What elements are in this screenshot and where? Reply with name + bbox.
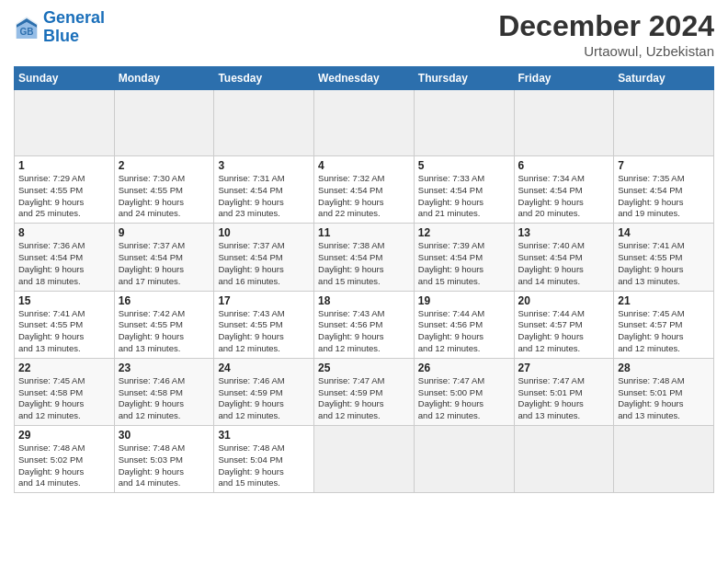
info-line: and 12 minutes. [418, 343, 510, 355]
day-number: 21 [618, 294, 710, 307]
info-line: Sunset: 4:54 PM [318, 185, 410, 197]
info-line: Sunset: 4:54 PM [18, 252, 110, 264]
info-line: Sunset: 4:59 PM [318, 387, 410, 399]
day-number: 11 [318, 226, 410, 239]
info-line: Sunrise: 7:47 AM [518, 375, 610, 387]
info-line: Sunrise: 7:46 AM [218, 375, 310, 387]
day-number: 14 [618, 226, 710, 239]
info-line: and 12 minutes. [318, 343, 410, 355]
table-row [15, 90, 115, 156]
day-info: Sunrise: 7:45 AMSunset: 4:57 PMDaylight:… [618, 308, 710, 355]
day-info: Sunrise: 7:47 AMSunset: 4:59 PMDaylight:… [318, 375, 410, 422]
table-row: 19Sunrise: 7:44 AMSunset: 4:56 PMDayligh… [414, 291, 514, 358]
info-line: Sunset: 4:55 PM [18, 319, 110, 331]
info-line: Sunset: 4:55 PM [218, 319, 310, 331]
info-line: Sunrise: 7:38 AM [318, 240, 410, 252]
info-line: Sunrise: 7:40 AM [518, 240, 610, 252]
day-info: Sunrise: 7:30 AMSunset: 4:55 PMDaylight:… [119, 173, 210, 220]
table-row: 15Sunrise: 7:41 AMSunset: 4:55 PMDayligh… [15, 291, 115, 358]
info-line: and 12 minutes. [318, 410, 410, 422]
svg-text:GB: GB [20, 27, 34, 37]
day-info: Sunrise: 7:34 AMSunset: 4:54 PMDaylight:… [518, 173, 610, 220]
logo-blue: Blue [43, 27, 79, 45]
day-number: 2 [119, 159, 210, 172]
info-line: Daylight: 9 hours [318, 264, 410, 276]
table-row: 31Sunrise: 7:48 AMSunset: 5:04 PMDayligh… [214, 426, 314, 493]
info-line: Sunrise: 7:48 AM [218, 442, 310, 454]
day-info: Sunrise: 7:31 AMSunset: 4:54 PMDaylight:… [218, 173, 310, 220]
col-saturday: Saturday [614, 67, 714, 90]
day-number: 17 [218, 294, 310, 307]
info-line: and 15 minutes. [218, 477, 310, 489]
day-info: Sunrise: 7:40 AMSunset: 4:54 PMDaylight:… [518, 240, 610, 287]
month-title: December 2024 [498, 9, 714, 43]
day-number: 27 [518, 362, 610, 374]
table-row: 6Sunrise: 7:34 AMSunset: 4:54 PMDaylight… [514, 156, 614, 224]
info-line: Sunrise: 7:48 AM [618, 375, 710, 387]
day-info: Sunrise: 7:48 AMSunset: 5:02 PMDaylight:… [18, 442, 110, 489]
table-row: 8Sunrise: 7:36 AMSunset: 4:54 PMDaylight… [15, 224, 115, 291]
info-line: Sunrise: 7:33 AM [418, 173, 510, 185]
info-line: and 16 minutes. [218, 276, 310, 288]
calendar-week-row: 15Sunrise: 7:41 AMSunset: 4:55 PMDayligh… [15, 291, 714, 358]
info-line: Sunset: 4:55 PM [119, 185, 210, 197]
table-row: 11Sunrise: 7:38 AMSunset: 4:54 PMDayligh… [314, 224, 415, 291]
calendar-table: Sunday Monday Tuesday Wednesday Thursday… [14, 66, 714, 493]
day-number: 9 [119, 226, 210, 239]
info-line: Daylight: 9 hours [318, 398, 410, 410]
info-line: Daylight: 9 hours [18, 197, 110, 209]
info-line: Sunset: 4:54 PM [218, 185, 310, 197]
info-line: Sunset: 4:54 PM [618, 185, 710, 197]
day-info: Sunrise: 7:39 AMSunset: 4:54 PMDaylight:… [418, 240, 510, 287]
table-row: 18Sunrise: 7:43 AMSunset: 4:56 PMDayligh… [314, 291, 415, 358]
info-line: and 17 minutes. [119, 276, 210, 288]
info-line: Sunset: 4:55 PM [618, 252, 710, 264]
calendar-week-row: 29Sunrise: 7:48 AMSunset: 5:02 PMDayligh… [15, 426, 714, 493]
table-row [414, 90, 514, 156]
day-number: 13 [518, 226, 610, 239]
info-line: Sunrise: 7:34 AM [518, 173, 610, 185]
col-monday: Monday [114, 67, 214, 90]
info-line: Sunrise: 7:41 AM [618, 240, 710, 252]
info-line: Sunset: 5:03 PM [119, 454, 210, 466]
table-row [614, 426, 714, 493]
info-line: Daylight: 9 hours [218, 264, 310, 276]
info-line: and 13 minutes. [18, 343, 110, 355]
info-line: Sunrise: 7:45 AM [18, 375, 110, 387]
calendar-header-row: Sunday Monday Tuesday Wednesday Thursday… [15, 67, 714, 90]
info-line: Sunrise: 7:42 AM [119, 308, 210, 320]
title-block: December 2024 Urtaowul, Uzbekistan [498, 9, 714, 59]
info-line: and 12 minutes. [218, 410, 310, 422]
info-line: Daylight: 9 hours [119, 264, 210, 276]
table-row: 5Sunrise: 7:33 AMSunset: 4:54 PMDaylight… [414, 156, 514, 224]
info-line: and 12 minutes. [418, 410, 510, 422]
info-line: Daylight: 9 hours [119, 197, 210, 209]
info-line: Sunrise: 7:35 AM [618, 173, 710, 185]
info-line: Sunrise: 7:29 AM [18, 173, 110, 185]
info-line: Daylight: 9 hours [218, 398, 310, 410]
table-row: 24Sunrise: 7:46 AMSunset: 4:59 PMDayligh… [214, 358, 314, 425]
info-line: Daylight: 9 hours [418, 264, 510, 276]
col-sunday: Sunday [15, 67, 115, 90]
day-info: Sunrise: 7:41 AMSunset: 4:55 PMDaylight:… [618, 240, 710, 287]
table-row: 21Sunrise: 7:45 AMSunset: 4:57 PMDayligh… [614, 291, 714, 358]
day-number: 6 [518, 159, 610, 172]
day-info: Sunrise: 7:32 AMSunset: 4:54 PMDaylight:… [318, 173, 410, 220]
day-info: Sunrise: 7:48 AMSunset: 5:04 PMDaylight:… [218, 442, 310, 489]
day-info: Sunrise: 7:37 AMSunset: 4:54 PMDaylight:… [218, 240, 310, 287]
table-row [514, 90, 614, 156]
col-thursday: Thursday [414, 67, 514, 90]
info-line: Sunrise: 7:47 AM [418, 375, 510, 387]
day-info: Sunrise: 7:35 AMSunset: 4:54 PMDaylight:… [618, 173, 710, 220]
page: GB General Blue December 2024 Urtaowul, … [0, 0, 728, 563]
logo-general: General [43, 8, 105, 27]
day-number: 5 [418, 159, 510, 172]
table-row: 17Sunrise: 7:43 AMSunset: 4:55 PMDayligh… [214, 291, 314, 358]
day-number: 29 [18, 429, 110, 442]
info-line: Sunset: 5:02 PM [18, 454, 110, 466]
day-number: 19 [418, 294, 510, 307]
calendar-week-row: 22Sunrise: 7:45 AMSunset: 4:58 PMDayligh… [15, 358, 714, 425]
header: GB General Blue December 2024 Urtaowul, … [14, 9, 714, 59]
info-line: Daylight: 9 hours [218, 331, 310, 343]
info-line: and 12 minutes. [618, 343, 710, 355]
